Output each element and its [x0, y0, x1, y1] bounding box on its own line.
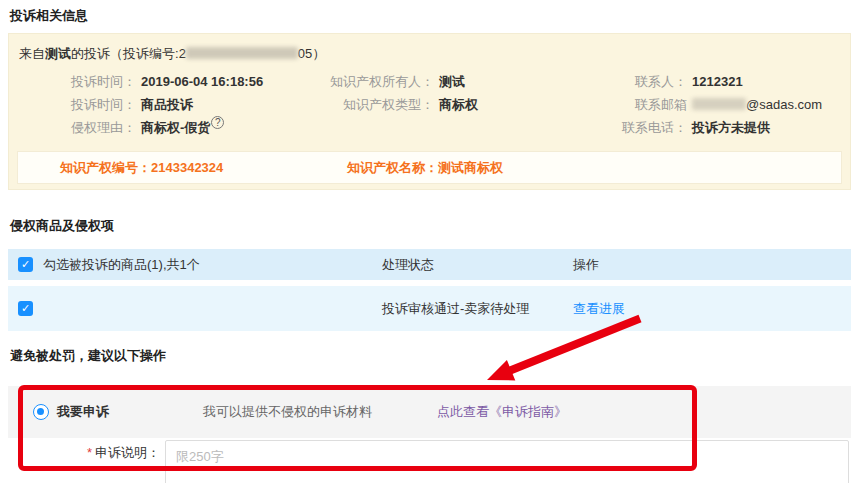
- action-column-header: 操作: [573, 249, 599, 280]
- field-infringe-reason: 侵权理由： 商标权-假货 ?: [9, 116, 263, 139]
- field-label: 投诉时间：: [9, 93, 136, 116]
- appeal-explain-row: *申诉说明：: [8, 438, 851, 483]
- suggest-section-title: 避免被处罚，建议以下操作: [10, 346, 166, 366]
- redacted-email: [692, 98, 746, 110]
- field-value: 投诉方未提供: [692, 116, 770, 139]
- source-prefix: 来自: [19, 46, 45, 61]
- field-label: 投诉时间：: [9, 70, 136, 93]
- field-label: 联系人：: [574, 70, 687, 93]
- field-contact-person: 联系人： 1212321: [574, 70, 822, 93]
- source-middle: 的投诉（投诉编号:: [71, 46, 179, 61]
- appeal-option-row: 我要申诉 我可以提供不侵权的申诉材料 点此查看《申诉指南》: [8, 386, 851, 438]
- product-row: ✓ 投诉审核通过-卖家待处理 查看进展: [8, 286, 851, 331]
- ip-number-value: 2143342324: [151, 160, 223, 175]
- ip-number-label: 知识产权编号：: [60, 160, 151, 175]
- products-section-title: 侵权商品及侵权项: [10, 216, 114, 236]
- select-all-checkbox[interactable]: ✓: [18, 257, 33, 272]
- products-header-row: ✓ 勾选被投诉的商品(1),共1个 处理状态 操作: [8, 249, 851, 280]
- info-column-2: 知识产权所有人： 测试 知识产权类型： 商标权: [281, 70, 478, 116]
- info-column-1: 投诉时间： 2019-06-04 16:18:56 投诉时间： 商品投诉 侵权理…: [9, 70, 263, 139]
- info-column-3: 联系人： 1212321 联系邮箱 @sadas.com 联系电话： 投诉方未提…: [574, 70, 822, 139]
- ip-name-group: 知识产权名称：测试商标权: [347, 152, 503, 183]
- field-value: 商品投诉: [141, 93, 193, 116]
- field-value: 商标权-假货: [141, 116, 210, 139]
- field-value: 测试: [439, 70, 465, 93]
- email-domain: @sadas.com: [746, 97, 822, 112]
- appeal-textarea[interactable]: [165, 440, 849, 483]
- field-value: 2019-06-04 16:18:56: [141, 70, 263, 93]
- field-label: 侵权理由：: [9, 116, 136, 139]
- status-column-header: 处理状态: [382, 249, 434, 280]
- help-icon[interactable]: ?: [211, 116, 224, 129]
- field-value: 商标权: [439, 93, 478, 116]
- field-label: 联系电话：: [574, 116, 687, 139]
- appeal-label-text: 申诉说明：: [95, 445, 160, 460]
- redacted-complaint-number: [186, 47, 298, 59]
- complaint-panel: 来自测试的投诉（投诉编号:205） 投诉时间： 2019-06-04 16:18…: [8, 33, 851, 190]
- field-complaint-type: 投诉时间： 商品投诉: [9, 93, 263, 116]
- complaint-number-end: 05）: [298, 46, 325, 61]
- field-complaint-time: 投诉时间： 2019-06-04 16:18:56: [9, 70, 263, 93]
- ip-detail-box: 知识产权编号：2143342324 知识产权名称：测试商标权: [17, 151, 842, 184]
- view-progress-link[interactable]: 查看进展: [573, 286, 625, 331]
- field-value: 1212321: [692, 70, 743, 93]
- appeal-desc: 我可以提供不侵权的申诉材料: [203, 386, 372, 438]
- field-ip-owner: 知识产权所有人： 测试: [281, 70, 478, 93]
- complaint-source-line: 来自测试的投诉（投诉编号:205）: [19, 45, 325, 63]
- ip-number-group: 知识产权编号：2143342324: [60, 152, 223, 183]
- appeal-radio[interactable]: [33, 404, 49, 420]
- required-mark: *: [87, 445, 92, 460]
- ip-name-value: 测试商标权: [438, 160, 503, 175]
- product-checkbox[interactable]: ✓: [18, 301, 33, 316]
- field-label: 知识产权类型：: [281, 93, 434, 116]
- complaint-number-start: 2: [179, 46, 186, 61]
- select-all-label: 勾选被投诉的商品(1),共1个: [43, 249, 200, 280]
- appeal-radio-label[interactable]: 我要申诉: [57, 386, 109, 438]
- complaint-section-title: 投诉相关信息: [10, 6, 88, 26]
- appeal-guide-link[interactable]: 点此查看《申诉指南》: [437, 386, 567, 438]
- field-label: 知识产权所有人：: [281, 70, 434, 93]
- ip-name-label: 知识产权名称：: [347, 160, 438, 175]
- field-label: 联系邮箱: [574, 93, 687, 116]
- product-status: 投诉审核通过-卖家待处理: [382, 286, 529, 331]
- source-name: 测试: [45, 46, 71, 61]
- field-ip-type: 知识产权类型： 商标权: [281, 93, 478, 116]
- field-contact-phone: 联系电话： 投诉方未提供: [574, 116, 822, 139]
- field-contact-email: 联系邮箱 @sadas.com: [574, 93, 822, 116]
- appeal-explain-label: *申诉说明：: [8, 438, 160, 468]
- field-value: @sadas.com: [692, 93, 822, 116]
